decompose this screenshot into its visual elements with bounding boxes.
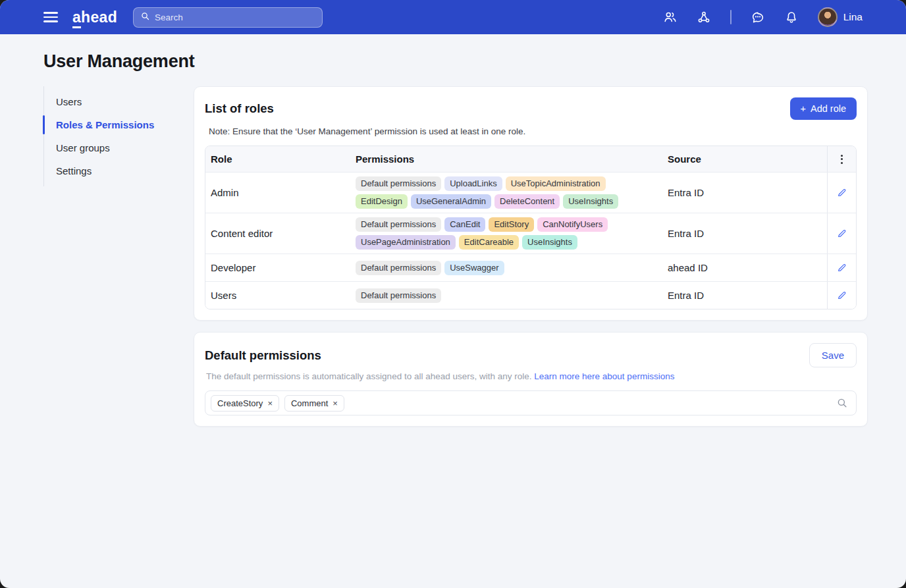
role-source: Entra ID bbox=[662, 282, 827, 309]
column-source: Source bbox=[662, 146, 827, 172]
permission-chip: Default permissions bbox=[356, 176, 441, 191]
permissions-cell: Default permissionsUploadLinksUseTopicAd… bbox=[350, 173, 662, 213]
permission-chip: EditDesign bbox=[356, 194, 408, 209]
tag-chip: CreateStory× bbox=[211, 395, 279, 412]
role-name: Admin bbox=[205, 179, 350, 206]
user-menu[interactable]: Lina bbox=[818, 7, 863, 27]
role-source: Entra ID bbox=[662, 179, 827, 206]
network-icon[interactable] bbox=[697, 10, 711, 24]
permission-chip: Default permissions bbox=[356, 217, 441, 232]
chat-icon[interactable] bbox=[751, 10, 765, 24]
permission-chip: UsePageAdministration bbox=[356, 235, 456, 250]
edit-role-button[interactable] bbox=[827, 213, 856, 254]
search-icon bbox=[836, 397, 848, 409]
search-input[interactable] bbox=[155, 13, 315, 22]
default-permissions-description: The default permissions is automatically… bbox=[205, 371, 857, 381]
roles-card-title: List of roles bbox=[205, 101, 274, 116]
learn-more-link[interactable]: Learn more here about permissions bbox=[534, 371, 674, 381]
permission-chip: UseInsights bbox=[563, 194, 618, 209]
permissions-cell: Default permissionsCanEditEditStoryCanNo… bbox=[350, 213, 662, 254]
permission-chip: Default permissions bbox=[356, 261, 441, 275]
sidebar-item-user-groups[interactable]: User groups bbox=[44, 136, 194, 159]
table-options-button[interactable] bbox=[827, 146, 856, 172]
kebab-icon bbox=[841, 155, 843, 164]
permissions-tag-input[interactable]: CreateStory×Comment× bbox=[205, 390, 857, 415]
sidebar-item-roles-permissions[interactable]: Roles & Permissions bbox=[44, 113, 194, 136]
permission-chip: DeleteContent bbox=[494, 194, 560, 209]
default-permissions-card: Default permissions Save The default per… bbox=[194, 332, 868, 427]
sidebar-item-users[interactable]: Users bbox=[44, 90, 194, 113]
permissions-cell: Default permissionsUseSwagger bbox=[350, 257, 662, 279]
table-row: Content editorDefault permissionsCanEdit… bbox=[205, 213, 856, 254]
topbar-divider bbox=[730, 10, 732, 24]
add-role-button[interactable]: + Add role bbox=[790, 97, 857, 120]
tag-chip: Comment× bbox=[284, 395, 344, 412]
default-permissions-title: Default permissions bbox=[205, 348, 321, 363]
column-role: Role bbox=[205, 146, 350, 172]
page-title: User Management bbox=[43, 51, 868, 72]
column-permissions: Permissions bbox=[350, 146, 662, 172]
roles-table-body: AdminDefault permissionsUploadLinksUseTo… bbox=[205, 172, 856, 309]
permission-chip: Default permissions bbox=[356, 288, 441, 303]
permission-chip: UseSwagger bbox=[444, 261, 504, 275]
tag-label: CreateStory bbox=[217, 398, 263, 408]
roles-table-header: Role Permissions Source bbox=[205, 146, 856, 172]
topbar-actions: Lina bbox=[663, 7, 863, 27]
remove-tag-icon[interactable]: × bbox=[267, 399, 273, 408]
top-navbar: ahead bbox=[0, 0, 906, 34]
search-icon bbox=[140, 11, 150, 24]
save-button[interactable]: Save bbox=[809, 343, 857, 367]
roles-note: Note: Ensure that the ‘User Management’ … bbox=[205, 126, 857, 136]
permission-chip: EditStory bbox=[489, 217, 534, 232]
app-logo[interactable]: ahead bbox=[72, 9, 117, 26]
edit-role-button[interactable] bbox=[827, 282, 856, 309]
edit-pencil-icon bbox=[836, 290, 847, 301]
remove-tag-icon[interactable]: × bbox=[333, 399, 338, 408]
app-window: ahead bbox=[0, 0, 906, 588]
edit-pencil-icon bbox=[836, 187, 847, 198]
table-row: DeveloperDefault permissionsUseSwaggerah… bbox=[205, 254, 856, 281]
sidebar-nav: UsersRoles & PermissionsUser groupsSetti… bbox=[43, 86, 194, 186]
global-search[interactable] bbox=[133, 7, 323, 28]
roles-table: Role Permissions Source AdminDefault per… bbox=[205, 146, 857, 309]
permission-chip: UseTopicAdministration bbox=[506, 176, 606, 191]
permissions-cell: Default permissions bbox=[350, 284, 662, 307]
permission-chip: UseGeneralAdmin bbox=[411, 194, 491, 209]
role-name: Users bbox=[205, 282, 350, 309]
users-icon[interactable] bbox=[663, 10, 678, 24]
plus-icon: + bbox=[801, 103, 806, 114]
permission-chip: UploadLinks bbox=[444, 176, 502, 191]
tag-label: Comment bbox=[291, 398, 328, 408]
permission-chip: CanEdit bbox=[444, 217, 485, 232]
avatar bbox=[818, 7, 838, 27]
roles-card: List of roles + Add role Note: Ensure th… bbox=[194, 86, 868, 321]
hamburger-menu-icon[interactable] bbox=[43, 12, 58, 22]
sidebar-item-settings[interactable]: Settings bbox=[44, 159, 194, 182]
permission-chip: UseInsights bbox=[522, 235, 577, 250]
role-name: Content editor bbox=[205, 220, 350, 247]
role-source: Entra ID bbox=[662, 220, 827, 247]
tags-container: CreateStory×Comment× bbox=[211, 395, 344, 412]
edit-pencil-icon bbox=[836, 228, 847, 239]
edit-pencil-icon bbox=[836, 262, 847, 273]
edit-role-button[interactable] bbox=[827, 173, 856, 213]
edit-role-button[interactable] bbox=[827, 254, 856, 281]
role-source: ahead ID bbox=[662, 254, 827, 281]
permission-chip: EditCareable bbox=[459, 235, 519, 250]
permission-chip: CanNotifyUsers bbox=[537, 217, 608, 232]
role-name: Developer bbox=[205, 254, 350, 281]
notifications-bell-icon[interactable] bbox=[784, 10, 799, 24]
table-row: UsersDefault permissionsEntra ID bbox=[205, 281, 856, 309]
table-row: AdminDefault permissionsUploadLinksUseTo… bbox=[205, 172, 856, 213]
user-name: Lina bbox=[843, 11, 863, 23]
